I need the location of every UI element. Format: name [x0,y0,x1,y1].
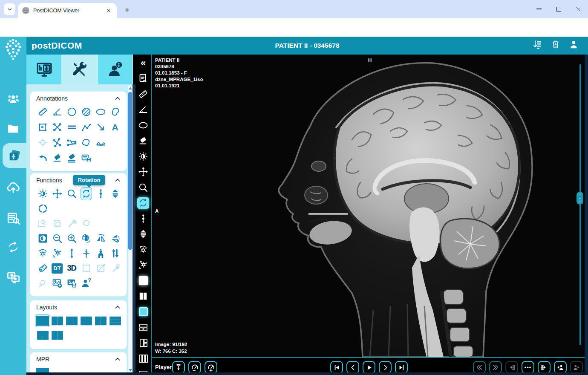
ellipse-tool-button[interactable] [137,119,149,131]
layout-1x1[interactable] [37,315,49,326]
collapse-chevron-icon[interactable] [114,356,121,363]
image-scroll-slider-track[interactable] [579,64,581,345]
first-image-button[interactable] [330,361,343,374]
bone-rotate-tool[interactable] [110,262,121,274]
zoom-tool[interactable] [66,188,78,199]
undo-region-tool[interactable] [37,277,49,289]
window-minimize-button[interactable] [529,0,549,18]
expand-vertical-tool[interactable] [66,248,78,259]
window-close-button[interactable] [568,0,588,18]
report-view-button[interactable] [137,73,149,84]
last-image-button[interactable] [395,361,408,374]
window-level-button[interactable] [137,150,149,162]
freehand-tool[interactable] [110,106,121,118]
collapse-panel-button[interactable]: « [137,57,149,69]
layout-3col[interactable] [66,315,78,326]
pan-tool[interactable] [52,188,63,199]
collapse-chevron-icon[interactable] [114,95,121,102]
sidebar-item-patient-groups[interactable] [0,88,26,110]
sidebar-item-device-transfer[interactable] [0,266,26,288]
ellipse-tool[interactable] [95,106,107,118]
tab-patient-info[interactable] [98,55,133,84]
panel-scrollbar-thumb[interactable] [128,92,132,250]
previous-image-button[interactable] [346,361,359,374]
speed-decrease-button[interactable] [188,361,201,374]
flip-horizontal-tool[interactable] [95,233,107,244]
tab-tools[interactable] [62,55,97,84]
zoom-button[interactable] [137,182,149,193]
scrollbar-down-arrow[interactable] [129,369,132,372]
fast-backward-button[interactable] [473,361,486,374]
erase-all-tool[interactable] [66,152,78,164]
ruler-tool-button[interactable] [137,88,149,100]
patient-query-tool[interactable]: ? [81,277,92,289]
auto-import-queue-button[interactable] [532,40,542,52]
rotate-ccw-tool[interactable] [52,248,63,259]
region-select-tool[interactable] [52,218,63,229]
true-size-tool[interactable] [95,248,107,259]
circle-tool[interactable] [66,106,78,118]
open-cross-tool[interactable] [52,137,63,148]
zoom-in-tool[interactable] [66,233,78,244]
tab-close-icon[interactable]: × [105,7,112,14]
tag-tool[interactable] [37,262,49,274]
more-options-button[interactable]: ••• [522,361,534,374]
save-image-tool[interactable] [66,277,78,289]
layout-2row[interactable] [81,315,92,326]
recycle-bin-button[interactable] [551,40,560,52]
angle-tool-button[interactable] [137,104,149,115]
scrollbar-up-arrow[interactable] [129,87,132,89]
save-annotations-tool[interactable] [81,152,92,164]
export-image-tool[interactable] [52,277,63,289]
closed-region-tool[interactable] [81,137,92,148]
layout-1x1-active-button[interactable] [137,275,149,286]
bounding-box-tool[interactable] [81,262,92,274]
stack-scroll-tool[interactable] [110,188,121,199]
next-series-grid-button[interactable] [538,361,551,374]
tab-search-caret-button[interactable] [4,3,15,15]
account-button[interactable] [569,40,579,52]
sidebar-item-quick-share[interactable] [0,236,26,258]
tab-display-settings[interactable] [26,55,62,84]
rotate-flip-tool[interactable] [81,233,92,244]
next-image-button[interactable] [379,361,392,374]
eraser-tool-button[interactable] [137,135,149,147]
layout-2x2[interactable] [95,315,107,326]
cross-ruler-tool[interactable] [52,121,63,133]
region-freehand-tool[interactable] [81,218,92,229]
new-tab-button[interactable]: + [121,4,133,16]
image-viewport[interactable]: PATIENT II 0345678 01.01.1853 - F dzne_M… [152,55,585,358]
three-d-tool[interactable]: 3D [66,262,78,274]
sidebar-item-folders[interactable] [0,118,26,140]
eraser-tool[interactable] [52,152,63,164]
cobb-angle-tool[interactable] [66,137,78,148]
image-scroll-slider-thumb[interactable]: ⌃ ● ⌄ [576,192,583,205]
pan-button[interactable] [137,166,149,178]
layout-3col-button[interactable] [137,353,149,364]
polyline-tool[interactable] [81,121,92,133]
stack-scroll-button[interactable] [137,228,149,240]
window-level-tool[interactable] [37,188,49,199]
dicom-tags-tool[interactable]: DT [52,262,63,274]
rotate-cw-button[interactable] [137,244,149,255]
layout-1-top-2-bottom[interactable] [37,329,49,341]
spline-tool[interactable] [95,137,107,148]
play-direction-button[interactable] [172,361,185,374]
layout-1-left-2-right-button[interactable] [137,337,149,349]
sidebar-item-cloud-upload[interactable] [0,176,26,199]
previous-series-grid-button[interactable] [505,361,518,374]
region-window-level-tool[interactable] [37,218,49,229]
undo-tool[interactable] [37,152,49,164]
crop-tool[interactable] [95,262,107,274]
parallel-lines-tool[interactable] [66,121,78,133]
window-maximize-button[interactable] [549,0,568,18]
rotate-cw-tool[interactable] [37,248,49,259]
speed-increase-button[interactable] [205,361,217,374]
layout-1-left-2-right[interactable] [52,329,63,341]
fast-forward-button[interactable] [489,361,502,374]
layout-3x3[interactable] [110,315,121,326]
invert-tool[interactable] [37,233,49,244]
flip-vertical-tool[interactable] [110,233,121,244]
sort-images-tool[interactable] [110,248,121,259]
point-marker-tool[interactable] [37,137,49,148]
